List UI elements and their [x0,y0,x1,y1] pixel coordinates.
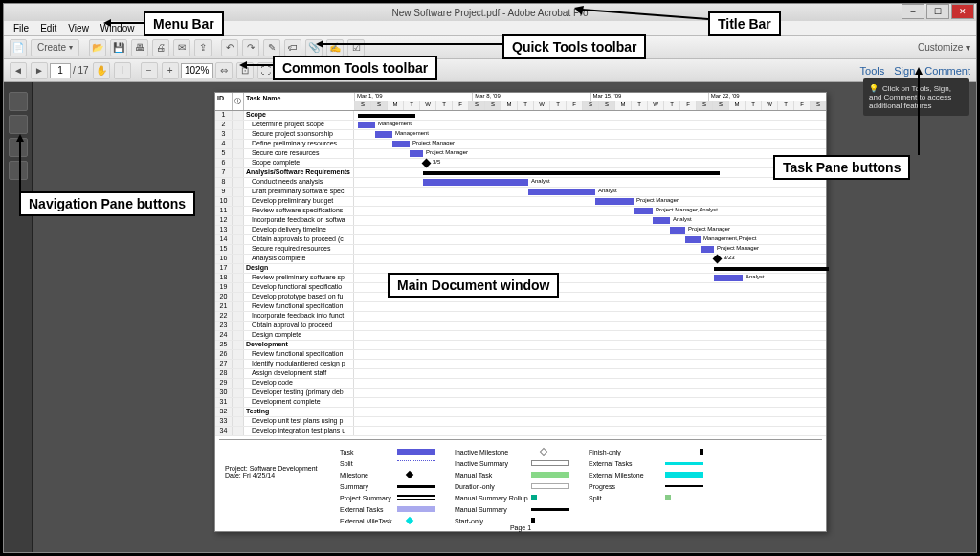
comment-button[interactable]: Comment [924,65,970,77]
prev-page-icon[interactable]: ◄ [10,62,27,79]
row-id: 15 [215,245,233,254]
fit-width-icon[interactable]: ⇔ [215,62,233,79]
highlight-icon[interactable]: ✎ [263,39,280,56]
row-chart [354,350,826,359]
svg-marker-11 [915,67,923,75]
close-button[interactable]: ✕ [951,4,974,19]
thumbnails-icon[interactable] [9,92,28,111]
row-id: 6 [215,159,233,167]
row-chart: Project Manager [354,226,826,234]
day-header: T [435,101,452,110]
row-info [233,216,244,225]
row-chart [354,302,826,311]
gantt-row: 26Review functional specification [215,350,826,360]
row-chart: Management [354,130,826,139]
row-taskname: Developer testing (primary deb [244,389,354,397]
week-header: Mar 15, '09 [590,93,708,101]
gantt-row: 23Obtain approval to proceed [215,322,826,331]
bar-label: Analyst [598,188,617,193]
zoom-in-icon[interactable]: + [162,62,179,79]
row-taskname: Obtain approval to proceed [244,322,354,330]
pdf-page: ID ⓘ Task Name Mar 1, '09Mar 8, '09Mar 1… [214,92,827,532]
legend-label: Start-only [455,518,531,524]
callout-maindoc: Main Document window [388,273,559,298]
sign-button[interactable]: Sign [894,65,915,77]
day-header: T [631,101,647,110]
row-chart [354,417,826,426]
day-header: F [566,101,582,110]
open-icon[interactable]: 📂 [89,39,106,56]
row-chart [354,427,826,435]
row-chart [354,322,826,330]
project-name: Project: Software Development [225,465,340,472]
row-chart: Analyst [354,188,826,196]
page-number-input[interactable] [50,63,71,78]
acrobat-icon: 📄 [10,39,27,56]
row-taskname: Develop unit test plans using p [244,417,354,426]
zoom-input[interactable] [181,63,213,78]
row-info [233,283,244,292]
redo-icon[interactable]: ↷ [242,39,259,56]
bar-label: Analyst [673,216,692,222]
day-header: F [452,101,468,110]
svg-marker-1 [103,19,111,27]
print-icon[interactable]: 🖨 [152,39,169,56]
menu-edit[interactable]: Edit [34,23,62,33]
legend-swatch [665,472,723,478]
row-info [233,302,244,311]
email-icon[interactable]: ✉ [173,39,190,56]
row-taskname: Review preliminary software sp [244,274,354,282]
row-id: 33 [215,417,233,426]
row-taskname: Secure core resources [244,149,354,158]
row-info [233,168,244,177]
row-id: 22 [215,312,233,321]
legend-swatch [397,506,455,512]
milestone-label: 3/23 [724,255,735,260]
row-id: 1 [215,111,233,120]
legend: Project: Software Development Date: Fri … [219,439,822,525]
menu-file[interactable]: File [8,23,34,33]
share-icon[interactable]: ⇪ [194,39,212,56]
row-taskname: Testing [244,408,354,416]
row-id: 18 [215,274,233,282]
document-area[interactable]: ID ⓘ Task Name Mar 1, '09Mar 8, '09Mar 1… [33,82,976,552]
legend-swatch [531,495,589,500]
row-id: 13 [215,226,233,234]
gantt-row: 5Secure core resourcesProject Manager [215,149,826,159]
tools-button[interactable]: Tools [860,65,885,77]
row-id: 31 [215,398,233,407]
print-preview-icon[interactable]: 🖶 [131,39,148,56]
legend-label: External Tasks [340,506,397,513]
row-id: 25 [215,341,233,349]
row-chart: Management [354,121,826,129]
select-tool-icon[interactable]: I [114,62,131,79]
day-header: M [614,101,631,110]
bookmarks-icon[interactable] [9,115,28,134]
zoom-out-icon[interactable]: − [141,62,158,79]
day-header: M [728,101,745,110]
row-taskname: Develop preliminary budget [244,197,354,206]
customize-button[interactable]: Customize ▾ [918,42,970,53]
day-header: S [484,101,501,110]
row-info [233,264,244,273]
callout-commontools: Common Tools toolbar [273,56,437,80]
maximize-button[interactable]: ☐ [926,4,949,19]
undo-icon[interactable]: ↶ [221,39,238,56]
milestone-icon [713,255,723,264]
row-info [233,255,244,263]
bar-label: Project Manager [412,140,455,145]
row-id: 24 [215,331,233,340]
gantt-bar [595,198,634,205]
stamp-icon[interactable]: 🏷 [284,39,301,56]
menu-view[interactable]: View [62,23,95,33]
gantt-row: 29Develop code [215,379,826,389]
next-page-icon[interactable]: ► [31,62,48,79]
hand-tool-icon[interactable]: ✋ [93,62,110,79]
gantt-row: 21Review functional specification [215,302,826,312]
row-info [233,140,244,148]
create-button[interactable]: Create [31,39,79,56]
minimize-button[interactable]: – [902,4,924,19]
row-id: 27 [215,360,233,368]
save-icon[interactable]: 💾 [110,39,127,56]
gantt-bar [410,150,423,157]
